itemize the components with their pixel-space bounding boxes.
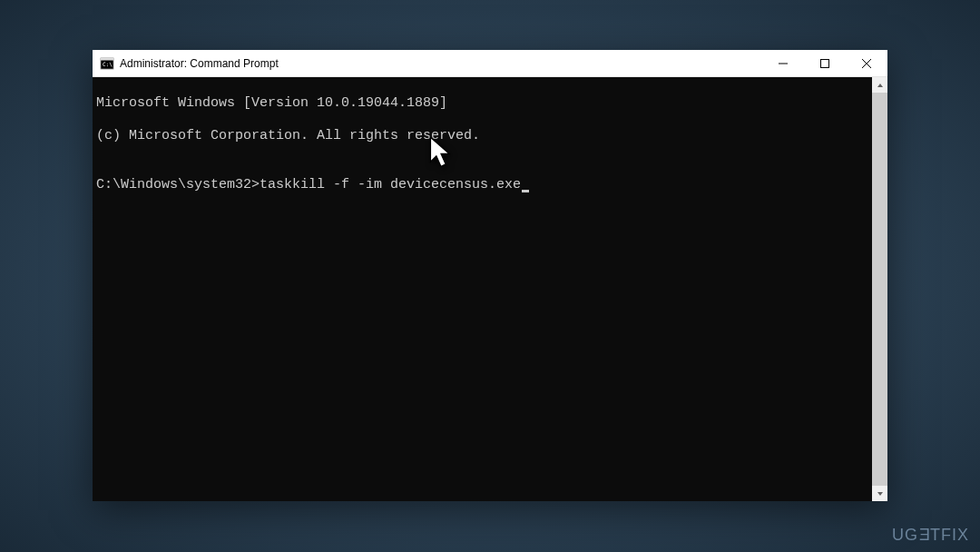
terminal-output-line: (c) Microsoft Corporation. All rights re… [96, 128, 868, 144]
cmd-icon: C:\ [100, 56, 114, 71]
terminal-area: Microsoft Windows [Version 10.0.19044.18… [93, 77, 887, 501]
terminal-content[interactable]: Microsoft Windows [Version 10.0.19044.18… [93, 77, 872, 501]
scrollbar-thumb[interactable] [872, 93, 887, 486]
titlebar[interactable]: C:\ Administrator: Command Prompt [93, 50, 887, 77]
terminal-prompt-line: C:\Windows\system32>taskkill -f -im devi… [96, 177, 868, 193]
close-button[interactable] [846, 50, 887, 76]
vertical-scrollbar[interactable] [872, 77, 887, 501]
svg-marker-8 [877, 492, 883, 496]
terminal-prompt: C:\Windows\system32> [96, 177, 260, 193]
maximize-button[interactable] [804, 50, 846, 76]
window-title: Administrator: Command Prompt [120, 57, 762, 70]
window-controls [762, 50, 887, 76]
watermark-part1: UG [892, 526, 918, 544]
scrollbar-track[interactable] [872, 93, 887, 486]
svg-rect-4 [821, 59, 829, 67]
minimize-button[interactable] [762, 50, 804, 76]
scrollbar-down-button[interactable] [872, 486, 887, 501]
watermark-logo: UGETFIX [892, 526, 969, 545]
scrollbar-up-button[interactable] [872, 77, 887, 93]
terminal-cursor [522, 190, 529, 192]
svg-text:C:\: C:\ [103, 61, 113, 67]
watermark-part2: E [918, 526, 930, 545]
svg-marker-7 [877, 84, 883, 87]
terminal-command: taskkill -f -im devicecensus.exe [260, 177, 521, 193]
watermark-part3: TFIX [930, 526, 969, 544]
command-prompt-window: C:\ Administrator: Command Prompt Micros… [93, 50, 887, 501]
terminal-output-line: Microsoft Windows [Version 10.0.19044.18… [96, 95, 868, 112]
